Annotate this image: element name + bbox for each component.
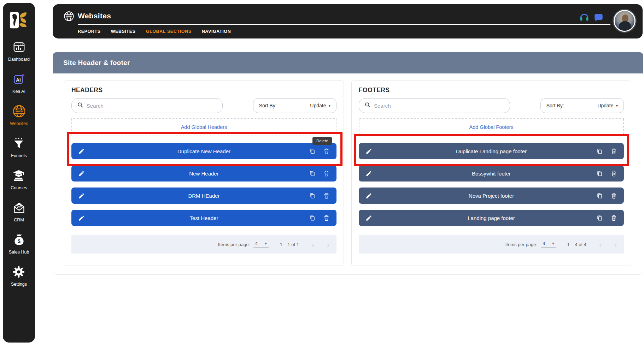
- next-page-icon[interactable]: ›: [614, 241, 617, 248]
- sort-value: Update: [310, 103, 326, 108]
- headers-search-input[interactable]: [87, 103, 217, 109]
- delete-trash-icon[interactable]: [610, 170, 617, 177]
- footer-row[interactable]: Landing page footer: [359, 210, 624, 226]
- tab-websites[interactable]: WEBSITES: [111, 28, 136, 35]
- footers-search-input[interactable]: [374, 103, 504, 109]
- globe-icon: www: [64, 11, 74, 22]
- footers-controls: Sort By: Update ▾: [359, 98, 624, 113]
- edit-pencil-icon[interactable]: [78, 192, 85, 199]
- kea-ai-icon: AI: [12, 72, 26, 87]
- sidebar-item-label: Sales Hub: [9, 250, 29, 255]
- card-body: HEADERS Sort By: Update ▾: [53, 73, 643, 275]
- footer-row[interactable]: Bossywhit footer: [359, 165, 624, 182]
- duplicate-copy-icon[interactable]: [309, 192, 316, 199]
- header-row[interactable]: DRM HEader: [71, 188, 336, 204]
- topbar-tabs: REPORTS WEBSITES GLOBAL SECTIONS NAVIGAT…: [77, 28, 231, 35]
- footer-row[interactable]: Nova Project footer: [359, 188, 624, 204]
- edit-pencil-icon[interactable]: [365, 192, 372, 199]
- support-headphones-icon[interactable]: [579, 12, 590, 22]
- duplicate-copy-icon[interactable]: [596, 148, 603, 155]
- edit-pencil-icon[interactable]: [365, 170, 372, 177]
- tab-reports[interactable]: REPORTS: [77, 28, 101, 35]
- search-icon: [77, 102, 83, 109]
- sidebar-item-courses[interactable]: Courses: [11, 169, 27, 190]
- footers-pagination: Items per page: 4 ▾ 1 – 4 of 4 ‹ ›: [359, 235, 624, 254]
- duplicate-copy-icon[interactable]: [596, 192, 603, 199]
- sidebar-item-kea-ai[interactable]: AI Kea AI: [12, 72, 26, 94]
- footer-row-label: Bossywhit footer: [359, 171, 624, 177]
- settings-icon: [12, 265, 25, 280]
- search-icon: [364, 102, 371, 109]
- previous-page-icon[interactable]: ‹: [312, 241, 314, 248]
- items-per-page-select[interactable]: 4 ▾: [541, 241, 556, 248]
- next-page-icon[interactable]: ›: [327, 241, 329, 248]
- edit-pencil-icon[interactable]: [78, 148, 85, 155]
- footers-panel-title: FOOTERS: [359, 87, 624, 94]
- edit-pencil-icon[interactable]: [365, 215, 372, 221]
- sidebar-item-dashboard[interactable]: Dashboard: [8, 40, 30, 62]
- page: { "colors": { "dark": "#1f1f1f", "accent…: [0, 0, 644, 345]
- page-range: 1 – 1 of 1: [280, 242, 299, 247]
- delete-trash-icon[interactable]: [323, 148, 330, 155]
- edit-pencil-icon[interactable]: [78, 170, 85, 177]
- headers-panel-title: HEADERS: [71, 87, 336, 94]
- svg-text:www: www: [66, 15, 72, 17]
- footers-sort-dropdown[interactable]: Sort By: Update ▾: [540, 98, 624, 113]
- footer-row-label: Nova Project footer: [359, 193, 624, 199]
- edit-pencil-icon[interactable]: [365, 148, 372, 155]
- sort-by-label: Sort By:: [259, 103, 277, 108]
- header-row[interactable]: New Header: [71, 165, 336, 182]
- header-row-label: Duplicate New Header: [71, 148, 336, 154]
- user-avatar[interactable]: [614, 10, 636, 32]
- footer-row[interactable]: Duplicate Landing page footer: [359, 143, 624, 159]
- headers-panel: HEADERS Sort By: Update ▾: [64, 81, 344, 266]
- header-row-label: New Header: [71, 171, 336, 177]
- sidebar-item-label: Kea AI: [12, 89, 25, 94]
- duplicate-copy-icon[interactable]: [309, 148, 316, 155]
- delete-trash-icon[interactable]: [610, 148, 617, 155]
- add-global-footers-button[interactable]: Add Global Footers: [359, 118, 624, 136]
- main-card: Site Header & footer HEADERS Sort By:: [53, 52, 643, 275]
- dashboard-icon: [12, 40, 26, 55]
- section-banner: Site Header & footer: [53, 52, 643, 73]
- tab-global-sections[interactable]: GLOBAL SECTIONS: [146, 28, 192, 35]
- header-row[interactable]: Duplicate New Header: [71, 143, 336, 159]
- delete-trash-icon[interactable]: [323, 215, 330, 221]
- add-global-headers-button[interactable]: Add Global Headers: [71, 118, 336, 136]
- sidebar-item-funnels[interactable]: Funnels: [11, 137, 27, 158]
- header-row-label: Test Header: [71, 215, 336, 221]
- edit-pencil-icon[interactable]: [78, 215, 85, 221]
- add-global-headers-label: Add Global Headers: [181, 124, 227, 130]
- sidebar: Dashboard AI Kea AI www Websites: [3, 3, 35, 343]
- websites-globe-icon: www: [12, 105, 26, 119]
- sidebar-item-label: CRM: [14, 218, 24, 222]
- items-per-page-select[interactable]: 4 ▾: [253, 241, 269, 248]
- section-banner-title: Site Header & footer: [63, 59, 130, 67]
- headers-pagination: Items per page: 4 ▾ 1 – 1 of 1 ‹ ›: [71, 235, 336, 254]
- delete-trash-icon[interactable]: [323, 192, 330, 199]
- tab-navigation[interactable]: NAVIGATION: [201, 28, 232, 35]
- sidebar-item-label: Funnels: [11, 153, 27, 158]
- sidebar-item-crm[interactable]: CRM: [12, 201, 26, 222]
- funnel-icon: [12, 137, 25, 151]
- delete-trash-icon[interactable]: [610, 192, 617, 199]
- delete-trash-icon[interactable]: [610, 215, 617, 221]
- duplicate-copy-icon[interactable]: [596, 215, 603, 221]
- delete-trash-icon[interactable]: [323, 170, 330, 177]
- kea-logo[interactable]: [9, 10, 29, 30]
- previous-page-icon[interactable]: ‹: [599, 241, 602, 248]
- headers-sort-dropdown[interactable]: Sort By: Update ▾: [253, 98, 336, 113]
- title-underline: [78, 24, 610, 25]
- duplicate-copy-icon[interactable]: [596, 170, 603, 177]
- footer-row-label: Landing page footer: [359, 215, 624, 221]
- sidebar-item-sales-hub[interactable]: $ Sales Hub: [9, 233, 29, 255]
- duplicate-copy-icon[interactable]: [309, 170, 316, 177]
- sidebar-item-websites[interactable]: www Websites: [10, 105, 28, 126]
- sidebar-item-label: Dashboard: [8, 57, 30, 62]
- items-per-page-label: Items per page:: [218, 242, 250, 247]
- chat-bubble-icon[interactable]: [594, 13, 603, 22]
- sidebar-item-label: Settings: [11, 282, 27, 287]
- sidebar-item-settings[interactable]: Settings: [11, 265, 27, 287]
- duplicate-copy-icon[interactable]: [309, 215, 316, 221]
- header-row[interactable]: Test Header: [71, 210, 336, 226]
